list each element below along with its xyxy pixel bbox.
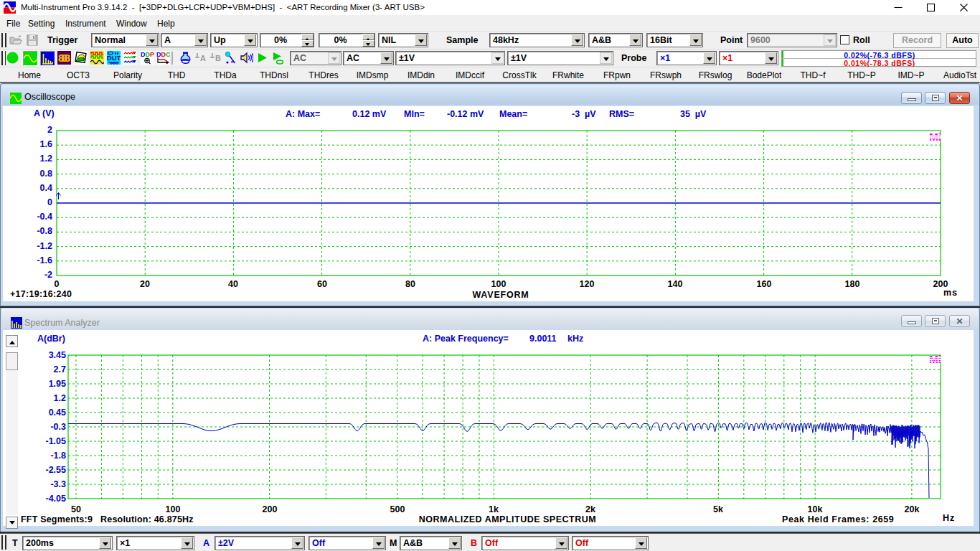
svg-text:B: B <box>215 54 221 62</box>
svg-text:P: P <box>150 51 154 58</box>
svg-text:A: A <box>200 54 206 62</box>
svg-text:888: 888 <box>58 52 70 64</box>
svg-text:C: C <box>166 51 170 58</box>
svg-text:DUT: DUT <box>107 54 121 62</box>
